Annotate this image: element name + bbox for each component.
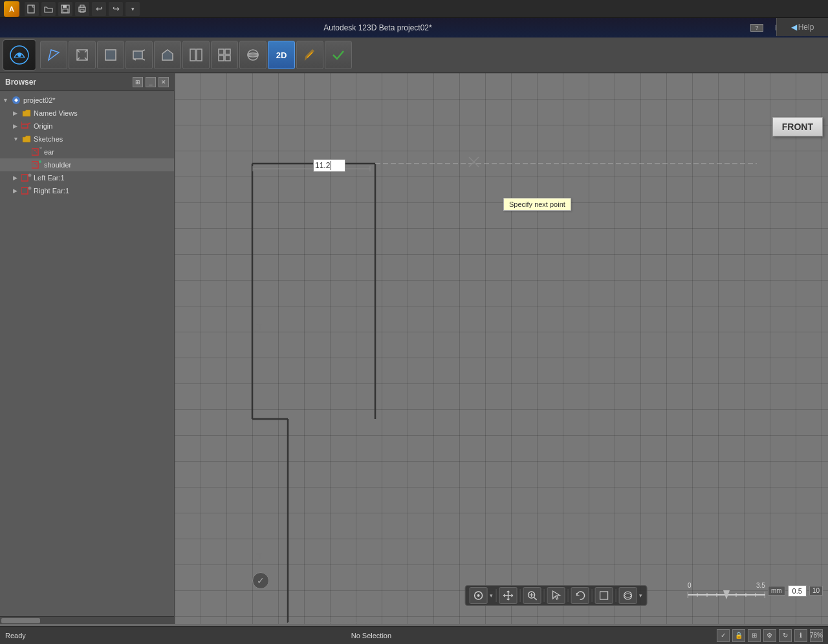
dropdown-arrow[interactable]: ▾ — [125, 2, 140, 16]
redo-button[interactable]: ↪ — [109, 2, 123, 16]
zoom-percentage: 78% — [810, 632, 823, 639]
zoom-level: 10 — [809, 586, 823, 596]
browser-scrollbar-thumb[interactable] — [1, 618, 40, 623]
browser-grid-button[interactable]: ⊞ — [133, 77, 143, 87]
dimension-input[interactable]: 11.2 — [313, 159, 345, 172]
tree-arrow-left-ear: ▶ — [13, 175, 21, 181]
split-view-button[interactable] — [182, 41, 210, 69]
shape-button[interactable] — [595, 587, 613, 604]
orbit-button[interactable] — [239, 41, 267, 69]
home-view-button[interactable] — [154, 41, 181, 69]
browser-title: Browser — [5, 78, 36, 87]
browser-scrollbar[interactable] — [0, 616, 174, 624]
project-icon — [10, 95, 22, 105]
canvas-area[interactable]: ℑ ℑ FRONT 11.2 Specify next point — [175, 73, 828, 624]
sketches-label: Sketches — [34, 135, 63, 143]
browser-content: ▼ project02* ▶ Named Views ▶ — [0, 91, 174, 616]
bt-sep-4 — [568, 589, 569, 602]
zoom-button[interactable] — [523, 587, 541, 604]
pan-button[interactable] — [499, 587, 518, 604]
bt-sep-2 — [520, 589, 521, 602]
tree-item-ear[interactable]: ear — [0, 145, 174, 158]
scale-bar: 0 3.5 — [688, 582, 823, 599]
tooltip-text: Specify next point — [509, 200, 565, 208]
tree-item-project[interactable]: ▼ project02* — [0, 94, 174, 107]
svg-point-37 — [28, 174, 32, 177]
tree-item-named-views[interactable]: ▶ Named Views — [0, 107, 174, 120]
bt-sep-3 — [544, 589, 545, 602]
origin-icon — [21, 121, 32, 131]
print-button[interactable] — [75, 2, 89, 16]
sketch-button[interactable] — [40, 41, 67, 69]
look-around-arrow: ▾ — [489, 592, 494, 599]
tree-arrow-right-ear: ▶ — [13, 188, 21, 194]
svg-rect-16 — [197, 49, 202, 61]
browser-controls: ⊞ _ ✕ — [133, 77, 169, 87]
browser-close-button[interactable]: ✕ — [158, 77, 169, 87]
origin-label: Origin — [34, 122, 52, 130]
undo-button[interactable]: ↩ — [92, 2, 106, 16]
select-button[interactable] — [547, 587, 565, 604]
tree-arrow-named-views: ▶ — [13, 110, 21, 116]
open-button[interactable] — [41, 2, 56, 16]
2d-mode-button[interactable]: 2D — [268, 41, 295, 69]
named-views-label: Named Views — [34, 109, 78, 117]
left-ear-icon — [21, 173, 32, 183]
bt-sep-1 — [496, 589, 497, 602]
top-view-button[interactable] — [97, 41, 124, 69]
right-ear-label: Right Ear:1 — [34, 187, 69, 195]
front-view-button[interactable] — [125, 41, 153, 69]
checkmark-button[interactable]: ✓ — [252, 572, 269, 589]
folder-icon-named-views — [21, 108, 32, 118]
tree-item-left-ear[interactable]: ▶ Left Ear:1 — [0, 171, 174, 184]
status-icon-lock[interactable]: 🔒 — [732, 629, 745, 642]
box-view-button[interactable] — [69, 41, 96, 69]
quick-access-toolbar: A ↩ ↪ ▾ — [0, 0, 828, 18]
tree-item-origin[interactable]: ▶ Origin — [0, 120, 174, 133]
tree-item-sketches[interactable]: ▼ Sketches — [0, 133, 174, 145]
quad-view-button[interactable] — [211, 41, 238, 69]
tree-item-right-ear[interactable]: ▶ Right Ear:1 — [0, 184, 174, 197]
left-ear-label: Left Ear:1 — [34, 174, 65, 182]
titlebar: Autodesk 123D Beta project02* ? 🖥 — ◻ ✕ — [0, 18, 828, 38]
status-icon-zoom-pct[interactable]: 78% — [810, 629, 823, 642]
browser-panel: Browser ⊞ _ ✕ ▼ project02* ▶ — [0, 73, 175, 624]
dimension-value: 11.2 — [315, 161, 330, 170]
sketch-icon-shoulder — [31, 160, 43, 170]
status-icon-grid[interactable]: ⊞ — [748, 629, 761, 642]
help-label: Help — [798, 23, 814, 32]
right-ear-icon — [21, 186, 32, 196]
status-icon-refresh[interactable]: ↻ — [779, 629, 792, 642]
sketch-tool-button[interactable] — [296, 41, 323, 69]
status-icon-check[interactable]: ✓ — [717, 629, 730, 642]
ear-label: ear — [44, 148, 54, 156]
undo-toolbar-button[interactable] — [571, 587, 589, 604]
new-button[interactable] — [25, 2, 39, 16]
help-icon[interactable]: ? — [750, 24, 763, 32]
home-button[interactable] — [3, 39, 36, 70]
shoulder-label: shoulder — [44, 161, 71, 169]
look-around-button[interactable] — [470, 587, 488, 604]
checkmark-icon: ✓ — [257, 575, 265, 586]
svg-rect-62 — [600, 592, 608, 599]
save-button[interactable] — [58, 2, 72, 16]
svg-rect-36 — [21, 175, 28, 181]
sketch-icon-ear — [31, 147, 43, 157]
status-icon-settings[interactable]: ⚙ — [763, 629, 776, 642]
browser-minimize-button[interactable]: _ — [146, 77, 156, 87]
bt-sep-5 — [592, 589, 593, 602]
scale-right-value: 3.5 — [756, 582, 765, 589]
browser-header: Browser ⊞ _ ✕ — [0, 73, 174, 91]
app-icon[interactable]: A — [4, 1, 19, 17]
svg-rect-26 — [21, 124, 28, 128]
status-icon-info[interactable]: ℹ — [794, 629, 807, 642]
svg-rect-19 — [219, 56, 224, 61]
scale-left-value: 0 — [688, 582, 692, 589]
svg-rect-18 — [225, 49, 230, 54]
finish-button[interactable] — [325, 41, 352, 69]
help-bar[interactable]: ◀ Help — [776, 18, 828, 36]
scale-ruler: 0 3.5 — [688, 582, 765, 599]
tree-item-shoulder[interactable]: shoulder — [0, 158, 174, 171]
view-mode-button[interactable] — [619, 587, 637, 604]
svg-point-39 — [28, 187, 32, 190]
